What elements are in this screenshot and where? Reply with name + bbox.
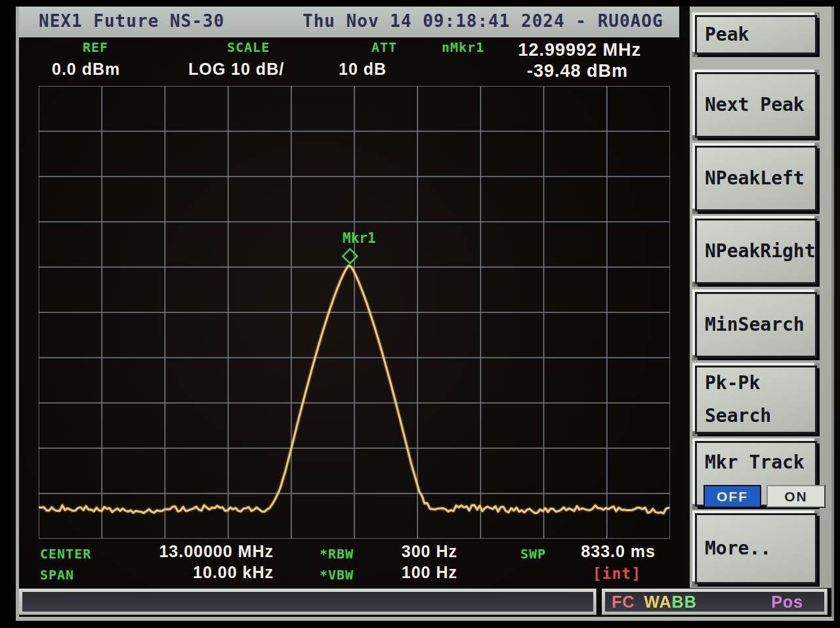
- rbw-label: *RBW: [320, 547, 354, 560]
- mkr-track-on-option[interactable]: ON: [766, 485, 826, 508]
- softkey-label-line2: Search: [705, 404, 771, 428]
- marker-mode-label: nMkr1: [442, 41, 484, 54]
- marker-diamond-icon: [343, 249, 357, 263]
- trigger-source-badge: [int]: [537, 566, 641, 581]
- mkr-track-off-option[interactable]: OFF: [704, 485, 761, 508]
- marker-mkr1: Mkr1: [343, 230, 376, 263]
- softkey-label: NPeakRight: [705, 240, 816, 263]
- marker-freq-readout: 12.99992 MHz: [518, 41, 641, 59]
- sweep-time-value: 833.0 ms: [536, 543, 656, 560]
- analyzer-front-panel: { "titlebar": { "model": "NEX1 Future NS…: [0, 0, 840, 628]
- ref-value: 0.0 dBm: [52, 61, 120, 77]
- softkey-mkr-track[interactable]: Mkr Track OFF ON: [695, 441, 817, 507]
- softkey-pkpk-search[interactable]: Pk-Pk Search: [695, 366, 817, 434]
- status-pos-indicator: Pos: [771, 594, 803, 610]
- status-fc-indicator: FC: [612, 594, 635, 610]
- softkey-label: MinSearch: [705, 313, 805, 337]
- status-bar-left: [19, 589, 597, 615]
- att-label: ATT: [371, 41, 397, 54]
- datetime-text: Thu Nov 14 09:18:41 2024 - RU0AOG: [303, 12, 663, 30]
- softkey-menu: Peak Next Peak NPeakLeft NPeakRight MinS…: [690, 7, 831, 588]
- softkey-label: More..: [705, 537, 771, 560]
- vbw-label: *VBW: [320, 568, 354, 581]
- ref-label: REF: [83, 41, 108, 54]
- softkey-npeak-left[interactable]: NPeakLeft: [695, 146, 817, 211]
- span-label: SPAN: [40, 568, 74, 581]
- span-value: 10.00 kHz: [91, 564, 274, 581]
- center-freq-value: 13.00000 MHz: [91, 543, 274, 560]
- status-bb-indicator: BB: [672, 594, 697, 610]
- status-bar-left-inset: [22, 592, 593, 612]
- status-bar-right: FC WA BB Pos: [602, 589, 828, 615]
- softkey-npeak-right[interactable]: NPeakRight: [695, 219, 817, 284]
- status-bar-right-inset: FC WA BB Pos: [605, 592, 824, 612]
- rbw-value: 300 Hz: [354, 543, 457, 560]
- menu-title-peak: Peak: [695, 15, 817, 54]
- status-wa-indicator: WA: [644, 594, 671, 610]
- marker-label: Mkr1: [343, 230, 376, 246]
- softkey-min-search[interactable]: MinSearch: [695, 292, 817, 358]
- menu-title-label: Peak: [705, 23, 749, 47]
- softkey-more[interactable]: More..: [695, 513, 817, 584]
- spectrum-trace: [39, 266, 669, 514]
- softkey-label: Next Peak: [705, 93, 805, 117]
- scale-value: LOG 10 dB/: [188, 61, 284, 77]
- softkey-next-peak[interactable]: Next Peak: [695, 72, 817, 138]
- title-bar: NEX1 Future NS-30 Thu Nov 14 09:18:41 20…: [19, 7, 679, 37]
- marker-level-readout: -39.48 dBm: [527, 62, 628, 80]
- spectrum-plot: Mkr1: [39, 86, 670, 539]
- softkey-label-line1: Pk-Pk: [705, 371, 760, 395]
- center-freq-label: CENTER: [40, 547, 91, 560]
- softkey-label: Mkr Track: [705, 451, 805, 474]
- screen: NEX1 Future NS-30 Thu Nov 14 09:18:41 20…: [16, 7, 834, 621]
- grid-lines: [39, 86, 670, 539]
- scale-label: SCALE: [227, 41, 270, 54]
- vbw-value: 100 Hz: [354, 564, 457, 581]
- model-name: NEX1 Future NS-30: [39, 12, 224, 30]
- softkey-label: NPeakLeft: [705, 167, 805, 190]
- spectrum-display: REF 0.0 dBm SCALE LOG 10 dB/ ATT 10 dB n…: [19, 37, 683, 589]
- mkr-track-toggle: OFF ON: [704, 485, 826, 508]
- att-value: 10 dB: [339, 61, 387, 77]
